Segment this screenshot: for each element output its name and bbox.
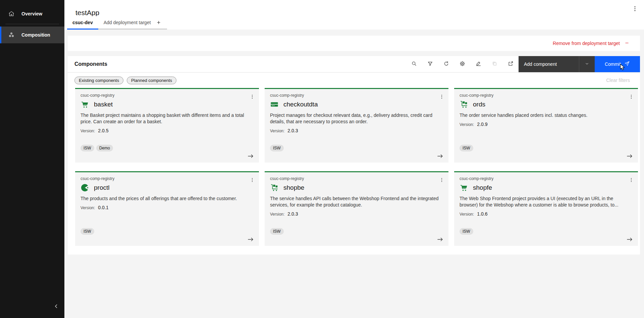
- arrow-right-icon[interactable]: [626, 152, 633, 160]
- card-version-row: Version:2.0.9: [460, 122, 633, 127]
- overflow-menu-icon: [632, 5, 638, 13]
- card-tags: ISW: [460, 228, 473, 235]
- card-registry: csuc-comp-registry: [270, 93, 443, 98]
- card-registry: csuc-comp-registry: [460, 93, 633, 98]
- sidebar-nav: Overview Composition: [0, 0, 64, 43]
- filter-chip[interactable]: Planned components: [127, 77, 176, 84]
- card-title: shopbe: [283, 184, 304, 191]
- card-version-row: Version:1.0.6: [460, 211, 633, 217]
- settings-button[interactable]: [454, 56, 470, 72]
- arrow-right-icon[interactable]: [436, 236, 444, 243]
- filter-row: Existing componentsPlanned components Cl…: [68, 73, 640, 88]
- tag: ISW: [270, 228, 284, 235]
- sidebar-item-composition[interactable]: Composition: [0, 27, 64, 43]
- card-tags: ISW: [270, 145, 284, 151]
- shopping-cart-icon: [460, 183, 468, 192]
- send-icon: [624, 61, 630, 67]
- tag: Demo: [96, 145, 113, 151]
- card-title-row: ords: [460, 100, 633, 109]
- sidebar-item-overview[interactable]: Overview: [0, 5, 64, 22]
- version-value: 0.0.1: [98, 205, 108, 210]
- card-description: The service handles API calls between th…: [270, 195, 443, 208]
- card-registry: csuc-comp-registry: [460, 176, 633, 181]
- header: testApp csuc-dev Add deployment target: [64, 0, 644, 30]
- arrow-right-icon[interactable]: [626, 236, 633, 243]
- add-component-chevron-button[interactable]: [579, 56, 595, 72]
- chevron-down-icon: [584, 61, 590, 67]
- card-description: The Basket project maintains a shopping …: [80, 112, 254, 125]
- version-value: 2.0.9: [477, 122, 487, 127]
- assembly-cluster-icon: [8, 32, 15, 38]
- card-title: ords: [473, 101, 485, 108]
- component-card-shopfe[interactable]: csuc-comp-registry shopfe The Web Shop F…: [454, 171, 638, 246]
- copy-button: [486, 56, 502, 72]
- card-overflow-menu-button[interactable]: [437, 176, 446, 185]
- page-title: testApp: [75, 9, 99, 17]
- home-icon: [8, 10, 15, 17]
- version-value: 2.0.3: [287, 211, 298, 217]
- card-title-row: shopbe: [270, 183, 443, 192]
- shopping-cart-icon: [80, 100, 89, 109]
- component-card-proctl[interactable]: csuc-comp-registry proctl The products a…: [75, 171, 259, 246]
- component-card-ords[interactable]: csuc-comp-registry ords The order servic…: [454, 88, 638, 163]
- version-label: Version:: [80, 206, 95, 210]
- overflow-menu-icon: [439, 177, 444, 184]
- card-version-row: Version:2.0.3: [270, 211, 443, 217]
- card-title-row: shopfe: [460, 183, 633, 192]
- search-icon: [411, 61, 417, 67]
- card-title: proctl: [94, 184, 109, 191]
- card-overflow-menu-button[interactable]: [627, 176, 636, 185]
- action-bar: Remove from deployment target: [68, 36, 640, 51]
- card-description: The Web Shop Frontend project provides a…: [460, 195, 633, 208]
- card-title-row: checkoutdta: [270, 100, 443, 109]
- tab-csuc-dev[interactable]: csuc-dev: [67, 16, 98, 30]
- add-component-button[interactable]: Add component: [519, 56, 579, 72]
- sidebar-item-label: Composition: [21, 32, 50, 38]
- component-card-shopbe[interactable]: csuc-comp-registry shopbe The service ha…: [265, 171, 448, 246]
- components-panel: Components Add component Commit Existing…: [68, 56, 640, 255]
- component-card-basket[interactable]: csuc-comp-registry basket The Basket pro…: [75, 88, 259, 163]
- plus-icon[interactable]: [156, 19, 162, 26]
- overflow-menu-icon: [629, 177, 634, 184]
- settings-icon: [460, 61, 465, 67]
- card-overflow-menu-button[interactable]: [437, 92, 446, 102]
- search-button[interactable]: [406, 56, 422, 72]
- sidebar-collapse-button[interactable]: [51, 301, 62, 312]
- sidebar-item-label: Overview: [21, 11, 42, 16]
- deployment-target-tabs: csuc-dev Add deployment target: [67, 16, 167, 30]
- copy-icon: [492, 61, 497, 67]
- header-overflow-menu-button[interactable]: [631, 5, 639, 13]
- version-value: 2.0.3: [287, 128, 298, 133]
- launch-button[interactable]: [502, 56, 519, 72]
- component-card-checkoutdta[interactable]: csuc-comp-registry checkoutdta Project m…: [265, 88, 448, 163]
- edit-button[interactable]: [470, 56, 486, 72]
- filter-button[interactable]: [422, 56, 438, 72]
- renew-button[interactable]: [438, 56, 454, 72]
- card-title: basket: [94, 101, 113, 108]
- card-title: checkoutdta: [283, 101, 318, 108]
- tag: ISW: [80, 145, 94, 151]
- version-label: Version:: [460, 122, 474, 127]
- purchase-icon: [270, 100, 279, 109]
- commit-button[interactable]: Commit: [595, 56, 640, 72]
- version-label: Version:: [80, 129, 95, 133]
- remove-from-deployment-target-link[interactable]: Remove from deployment target: [551, 40, 632, 47]
- delivery-icon: [460, 100, 468, 109]
- version-value: 2.0.5: [98, 128, 108, 133]
- card-overflow-menu-button[interactable]: [248, 92, 257, 102]
- clear-filters-button[interactable]: Clear filters: [604, 77, 632, 83]
- card-tags: ISW: [270, 228, 284, 235]
- tab-add-deployment-target[interactable]: Add deployment target: [98, 16, 167, 30]
- arrow-right-icon[interactable]: [436, 152, 444, 160]
- subtract-icon: [624, 40, 630, 47]
- tag: ISW: [460, 145, 473, 151]
- tab-label: csuc-dev: [72, 20, 93, 25]
- arrow-right-icon[interactable]: [247, 152, 254, 160]
- card-version-row: Version:2.0.3: [270, 128, 443, 133]
- component-cards-grid: csuc-comp-registry basket The Basket pro…: [75, 88, 638, 246]
- card-overflow-menu-button[interactable]: [627, 92, 636, 102]
- card-overflow-menu-button[interactable]: [248, 176, 257, 185]
- arrow-right-icon[interactable]: [247, 236, 254, 243]
- toolbar-icon-group: [406, 56, 519, 72]
- filter-chip[interactable]: Existing components: [74, 77, 123, 84]
